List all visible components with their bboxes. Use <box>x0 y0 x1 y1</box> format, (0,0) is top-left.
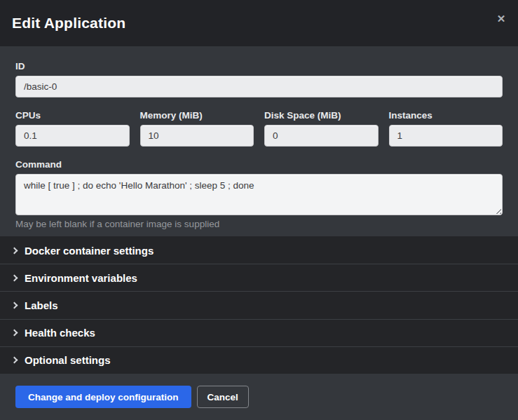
section-optional-settings[interactable]: Optional settings <box>0 346 518 374</box>
instances-label: Instances <box>389 109 503 121</box>
edit-application-modal: Edit Application ✕ ID CPUs Memory (MiB) … <box>0 0 518 420</box>
form-body: ID CPUs Memory (MiB) Disk Space (MiB) In… <box>0 46 518 236</box>
disk-label: Disk Space (MiB) <box>264 109 379 121</box>
memory-input[interactable] <box>140 125 254 147</box>
cpus-input[interactable] <box>15 125 130 147</box>
memory-field-group: Memory (MiB) <box>140 109 254 147</box>
cpus-field-group: CPUs <box>15 109 130 147</box>
chevron-right-icon <box>11 247 18 254</box>
command-textarea-wrap: while [ true ] ; do echo 'Hello Marathon… <box>15 174 503 215</box>
memory-label: Memory (MiB) <box>140 109 254 121</box>
section-docker-container-settings[interactable]: Docker container settings <box>0 236 518 264</box>
chevron-right-icon <box>11 357 18 364</box>
command-textarea[interactable]: while [ true ] ; do echo 'Hello Marathon… <box>15 174 503 215</box>
section-label: Environment variables <box>25 272 137 284</box>
id-label: ID <box>15 60 503 72</box>
command-label: Command <box>15 158 503 170</box>
accordion-sections: Docker container settings Environment va… <box>0 236 518 374</box>
disk-input[interactable] <box>264 125 379 147</box>
close-icon[interactable]: ✕ <box>494 11 508 25</box>
modal-header: Edit Application ✕ <box>0 0 518 46</box>
chevron-right-icon <box>11 330 18 337</box>
section-health-checks[interactable]: Health checks <box>0 319 518 346</box>
instances-input[interactable] <box>389 125 503 147</box>
section-label: Labels <box>25 299 58 311</box>
section-labels[interactable]: Labels <box>0 291 518 318</box>
id-input[interactable] <box>15 76 503 97</box>
section-label: Optional settings <box>25 354 111 366</box>
command-field-group: Command while [ true ] ; do echo 'Hello … <box>15 158 503 229</box>
instances-field-group: Instances <box>389 109 503 147</box>
chevron-right-icon <box>11 302 18 309</box>
section-label: Health checks <box>25 327 95 339</box>
modal-title: Edit Application <box>12 15 125 32</box>
modal-footer: Change and deploy configuration Cancel <box>0 374 518 420</box>
chevron-right-icon <box>11 274 18 281</box>
id-field-group: ID <box>15 60 503 97</box>
cancel-button[interactable]: Cancel <box>197 386 249 408</box>
change-and-deploy-button[interactable]: Change and deploy configuration <box>15 386 191 408</box>
disk-field-group: Disk Space (MiB) <box>264 109 379 147</box>
resources-row: CPUs Memory (MiB) Disk Space (MiB) Insta… <box>15 109 503 147</box>
cpus-label: CPUs <box>15 109 130 121</box>
command-help-text: May be left blank if a container image i… <box>15 219 503 229</box>
section-environment-variables[interactable]: Environment variables <box>0 264 518 291</box>
section-label: Docker container settings <box>25 245 154 257</box>
